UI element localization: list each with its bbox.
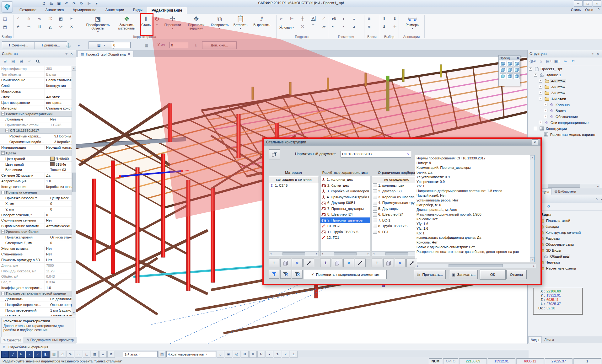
intersect-icon[interactable]: ◒	[350, 15, 358, 22]
maximize-button[interactable]: □	[583, 0, 592, 7]
select-cross-icon[interactable]: ✛	[391, 23, 399, 30]
projection-cyl-icon[interactable]	[500, 73, 506, 79]
characteristic-item[interactable]: 2. балки_цех	[320, 183, 370, 189]
load-case-combo[interactable]: 4.Кратковременные наг▾	[166, 351, 216, 357]
menu-window[interactable]: Окно	[585, 8, 593, 12]
tree-expander-icon[interactable]: +	[544, 103, 547, 106]
pin-icon[interactable]: ⎀	[594, 197, 599, 201]
delete-button[interactable]: ✕	[395, 259, 406, 267]
tree-expander-icon[interactable]: +	[539, 91, 542, 94]
property-row[interactable]: Площадь боковая, м²11.29	[0, 268, 72, 274]
minimize-button[interactable]: ─	[574, 0, 583, 7]
constraint-item[interactable]: 3. Коробка из швеллеров	[372, 194, 422, 200]
magnet-object-icon[interactable]: ▥	[50, 351, 58, 358]
snap-point-icon[interactable]: ∘	[26, 351, 33, 358]
property-row[interactable]: Вес, т0.334	[0, 280, 72, 285]
tools-button[interactable]	[355, 259, 366, 267]
merge-icon[interactable]: ◓	[329, 23, 336, 30]
tab-close-icon[interactable]: ✕	[127, 52, 130, 56]
structure-tree-item[interactable]: +3-й этаж	[528, 84, 598, 90]
select-down-icon[interactable]: ⬇	[380, 23, 388, 30]
offset-input[interactable]	[112, 42, 131, 48]
mount-top-icon[interactable]: ⌐	[75, 41, 83, 49]
material-filter-button[interactable]	[269, 149, 280, 159]
snap-settings-button[interactable]: Привязка...	[35, 41, 67, 49]
union-icon[interactable]: ◐	[329, 15, 336, 22]
tab-preview[interactable]: ✎ Предварительный просмотр	[24, 337, 76, 343]
info-vscrollbar[interactable]: ∧ ∨	[530, 155, 535, 262]
property-group-row[interactable]: −Расчетные характеристики	[0, 111, 72, 117]
binoculars-icon[interactable]: ∞	[562, 58, 568, 64]
close-panel-icon[interactable]: ✕	[599, 198, 602, 201]
right-angle-icon[interactable]: ∟	[83, 351, 90, 358]
ribbon-tab-Аналитика[interactable]: Аналитика	[41, 7, 68, 14]
extra-params-button[interactable]: Доп. х-ки...	[202, 41, 237, 49]
align-button[interactable]: ⫽ Выровнять	[250, 14, 273, 34]
menu-help[interactable]: ?	[598, 8, 599, 12]
move-icon[interactable]: ✥	[249, 351, 257, 358]
arc-icon[interactable]: ⌒	[309, 23, 317, 30]
constraint-item[interactable]: 9. ГС1	[372, 229, 422, 235]
bed-icon[interactable]: ▱	[320, 23, 328, 30]
pencil-icon[interactable]: ✎	[67, 351, 74, 358]
rotate-icon[interactable]: ↻	[257, 351, 265, 358]
constraint-item[interactable]: 7. ВС-1	[372, 217, 422, 223]
tree-expander-icon[interactable]: −	[539, 97, 542, 100]
building-icon[interactable]: ▤	[158, 351, 166, 358]
structure-tree-item[interactable]: −Конструкции	[528, 126, 598, 131]
duplicate-button[interactable]	[383, 259, 394, 267]
info-hscrollbar[interactable]: ◄►	[415, 264, 536, 268]
characteristic-item[interactable]: 10. ВС-1	[320, 223, 370, 229]
property-row[interactable]: Показать арматуру в 3DНет	[0, 257, 72, 263]
cancel-button[interactable]: Отмена	[506, 270, 527, 279]
add-button[interactable]: +	[269, 259, 279, 267]
dimensions-button[interactable]: Размеры▾	[402, 14, 422, 34]
structure-tree-item[interactable]: −Здание 1	[528, 72, 598, 78]
base-point-combo[interactable]: ⬓▾	[89, 41, 114, 49]
palette-close-icon[interactable]: ✕	[517, 56, 519, 60]
circle-icon[interactable]: ○	[75, 351, 82, 358]
characteristic-item[interactable]: 7. Прогоны_двутавры	[320, 206, 370, 212]
sweep-icon[interactable]: ⌘	[46, 15, 54, 22]
tree-expander-icon[interactable]: −	[534, 73, 537, 77]
cross-trim-icon[interactable]: ┼	[299, 15, 306, 22]
structure-tree-item[interactable]: +Обозначение	[528, 114, 598, 120]
ribbon-tab-Создание[interactable]: Создание	[15, 7, 41, 14]
expand-groups-icon[interactable]: ⊞	[2, 58, 8, 64]
filter-clear-button[interactable]: ✕	[280, 270, 291, 279]
read-button[interactable]: 🗁Прочитать...	[414, 270, 446, 279]
pin-icon[interactable]: ⎀	[64, 52, 69, 56]
projection-cube-icon[interactable]	[507, 73, 513, 79]
tree-expander-icon[interactable]: +	[539, 79, 542, 83]
close-panel-icon[interactable]: ✕	[595, 52, 600, 56]
property-group-row[interactable]: −Привязка сечения	[0, 190, 72, 195]
steel-button[interactable]: I Сталь	[141, 14, 151, 34]
close-panel-icon[interactable]: ✕	[69, 52, 74, 56]
transform-objects-button[interactable]: ⬔ Преобразовать объекты▾	[83, 14, 113, 34]
dialog-close-icon[interactable]: ✕	[532, 139, 538, 145]
block-edit-icon[interactable]: ⧇	[365, 23, 373, 30]
search-icon[interactable]	[35, 58, 41, 64]
structure-tree-item[interactable]: +2-й этаж	[528, 90, 598, 96]
draw-icon[interactable]: ∠	[290, 351, 298, 358]
dialog-title-bar[interactable]: Стальные конструкции ✕	[264, 139, 540, 146]
rect-blue-icon[interactable]: ◩	[57, 15, 65, 22]
tree-expander-icon[interactable]: +	[539, 121, 542, 124]
projection-cube-icon[interactable]	[500, 61, 506, 67]
constraint-item[interactable]: 5. Двутавры	[372, 206, 422, 212]
property-row[interactable]: Коэффициент восприят...1.0	[0, 285, 72, 291]
add-building-icon[interactable]: ▤+	[546, 58, 552, 64]
property-row[interactable]: НаименованиеБалка стальная	[0, 78, 72, 83]
projection-cube-icon[interactable]	[507, 61, 513, 67]
constraint-item[interactable]: 4. Прямоугольная труба I	[372, 200, 422, 206]
copy-button[interactable]: ⧉ Копировать▾	[209, 14, 230, 34]
filter-clear-all-button[interactable]: ✕	[292, 270, 303, 279]
eyedropper-icon[interactable]: ✑	[57, 23, 65, 30]
delete-button[interactable]: ✕	[343, 259, 354, 267]
constraints-list[interactable]: не определено1. колонны_цех2. двутавр I5…	[372, 176, 422, 256]
snap-grid-icon[interactable]: ✛	[1, 351, 9, 358]
property-row[interactable]: Привязка базовой т...Центр масс	[0, 195, 72, 201]
structure-tree-item[interactable]: −Проект1_.spf	[528, 66, 598, 72]
property-row[interactable]: Цвет линий815f4e	[0, 162, 72, 167]
property-row[interactable]: Настройки пересече...Осевые нестрого (з.…	[0, 302, 72, 308]
